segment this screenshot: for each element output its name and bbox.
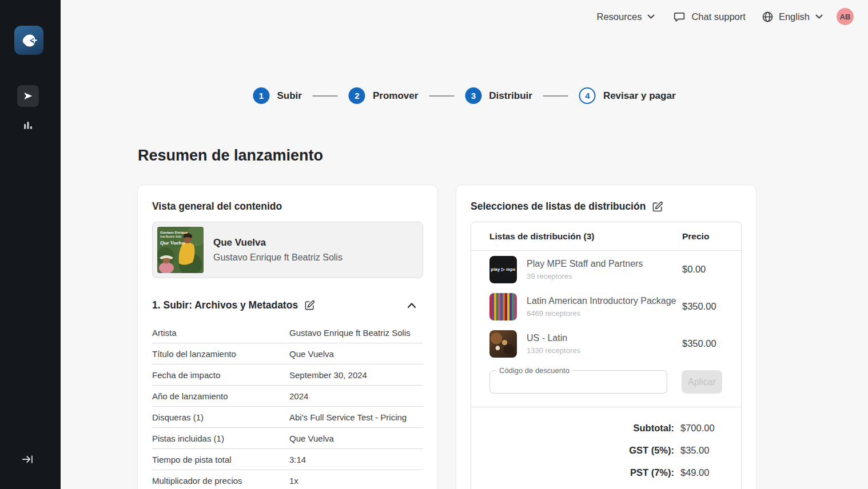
step-promover[interactable]: 2 Promover [349,87,418,104]
resources-menu[interactable]: Resources [597,11,655,22]
meta-label: Año de lanzamiento [152,391,289,401]
distribution-selections-card: Selecciones de listas de distribución Li… [456,185,756,489]
lists-column-header: Listas de distribución (3) [489,231,594,242]
sidebar-item-analytics[interactable] [19,117,37,133]
release-artist: Gustavo Enrique ft Beatriz Solis [213,252,343,263]
step-2-circle: 2 [349,87,365,104]
stepper-connector [313,95,338,97]
collapse-section-button[interactable] [407,302,416,308]
meta-value: 2024 [289,391,308,401]
step-distribuir[interactable]: 3 Distribuir [465,87,532,104]
list-price: $350.00 [682,338,741,349]
price-column-header: Precio [682,231,741,242]
avatar-initials: AB [840,13,851,21]
table-row: Año de lanzamiento 2024 [152,386,423,407]
list-recipients: 1330 receptores [527,346,580,355]
table-row: Título del lanzamiento Que Vuelva [152,343,423,364]
step-4-circle: 4 [579,87,596,104]
gst-value: $35.00 [680,445,709,456]
discount-code-field-wrapper: Código de descuento [489,370,667,394]
expand-sidebar-button[interactable] [21,452,35,467]
list-price: $0.00 [682,264,741,275]
step-subir[interactable]: 1 Subir [253,87,301,104]
distribution-title: Selecciones de listas de distribución [471,201,646,213]
apply-discount-button[interactable]: Aplicar [682,370,722,394]
step-4-label: Revisar y pagar [603,90,676,102]
pst-label: PST (7%): [471,467,674,478]
meta-label: Pistas incluidas (1) [152,434,289,443]
distribution-lists-box: Listas de distribución (3) Precio play ▷… [471,222,742,489]
avatar[interactable]: AB [837,8,854,25]
edit-icon [304,300,315,311]
chat-support-label: Chat support [691,11,745,22]
summary-cards: Vista general del contenido [137,185,756,489]
table-row: Fecha de impacto September 30, 2024 [152,364,423,386]
chat-bubble-icon [673,11,686,23]
step-2-label: Promover [373,90,418,102]
play-mpe-thumbnail: play ▷ mpe [489,256,517,283]
meta-value: Que Vuelva [289,434,334,443]
discount-section: Código de descuento Aplicar [471,370,741,394]
language-selector[interactable]: English [762,11,823,23]
language-label: English [779,11,810,22]
meta-value: Abi's Full Service Test - Pricing [289,412,407,422]
step-3-label: Distribuir [489,90,532,102]
album-art: Gustavo Enrique feat Beatriz Solis Que V… [157,227,204,273]
latin-package-thumbnail [489,293,517,320]
table-row: Pistas incluidas (1) Que Vuelva [152,428,423,449]
play-mpe-thumb-label: play ▷ mpe [491,267,515,272]
content-overview-card: Vista general del contenido [137,185,438,489]
list-name: Play MPE Staff and Partners [527,259,643,269]
list-recipients: 6469 receptores [527,309,676,318]
list-name: US - Latin [527,333,580,343]
chevron-down-icon [815,14,823,19]
chevron-up-icon [407,302,416,308]
gst-label: GST (5%): [471,445,674,456]
globe-icon [762,11,774,23]
subtotal-value: $700.00 [680,423,715,434]
table-row: Disqueras (1) Abi's Full Service Test - … [152,407,423,428]
app-root: Resources Chat support English [0,0,868,489]
step-revisar-y-pagar[interactable]: 4 Revisar y pagar [579,87,676,104]
discount-code-label: Código de descuento [496,366,572,375]
subtotal-row: Subtotal: $700.00 [471,423,741,434]
resources-label: Resources [597,11,642,22]
metadata-table: Artista Gustavo Enrique ft Beatriz Solis… [152,322,423,489]
edit-upload-section-button[interactable] [304,300,315,311]
sidebar [0,0,61,489]
chevron-down-icon [647,14,655,19]
step-1-label: Subir [277,90,301,102]
gst-row: GST (5%): $35.00 [471,445,741,456]
us-latin-thumbnail [489,330,517,358]
top-bar: Resources Chat support English [597,7,854,26]
meta-value: Que Vuelva [289,349,334,359]
table-row: Tiempo de pista total 3:14 [152,449,423,470]
sidebar-item-send[interactable] [17,85,39,107]
page-title: Resumen de lanzamiento [138,147,323,165]
content-overview-title: Vista general del contenido [152,201,282,213]
release-title: Que Vuelva [213,237,343,248]
list-recipients: 39 receptores [527,272,643,280]
pst-value: $49.00 [680,467,709,478]
step-1-circle: 1 [253,87,269,104]
pst-row: PST (7%): $49.00 [471,467,741,478]
list-table-header: Listas de distribución (3) Precio [471,222,741,251]
meta-value: Gustavo Enrique ft Beatriz Solis [289,328,411,338]
artwork-title: Que Vuelva [160,240,185,246]
edit-icon [652,201,663,213]
upload-section-title: 1. Subir: Archivos y Metadatos [152,299,298,311]
chat-support-button[interactable]: Chat support [673,11,745,23]
edit-distribution-button[interactable] [652,201,663,213]
list-item: play ▷ mpe Play MPE Staff and Partners 3… [471,251,741,288]
stepper-connector [429,95,454,97]
meta-value: 1x [289,476,298,486]
release-summary-box: Gustavo Enrique feat Beatriz Solis Que V… [152,222,423,278]
play-mpe-logo-icon[interactable] [14,26,43,55]
list-item: Latin American Introductory Package 6469… [471,288,741,325]
meta-value: 3:14 [289,455,306,464]
stepper-connector [543,95,568,97]
meta-label: Tiempo de pista total [152,455,289,464]
main-area: Resources Chat support English [61,0,868,489]
table-row: Multiplicador de precios 1x [152,470,423,489]
send-icon [22,90,34,102]
